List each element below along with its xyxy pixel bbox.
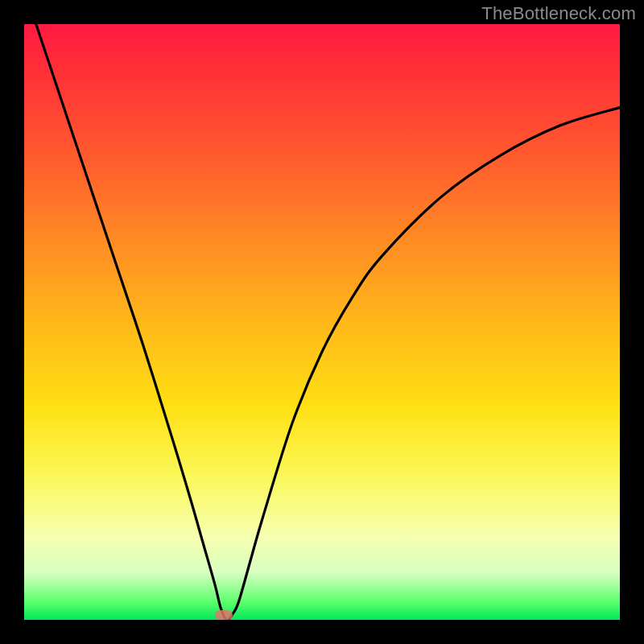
minimum-marker	[215, 610, 233, 620]
bottleneck-curve	[24, 24, 620, 620]
chart-frame: TheBottleneck.com	[0, 0, 644, 644]
watermark-text: TheBottleneck.com	[481, 3, 636, 24]
plot-area	[24, 24, 620, 620]
